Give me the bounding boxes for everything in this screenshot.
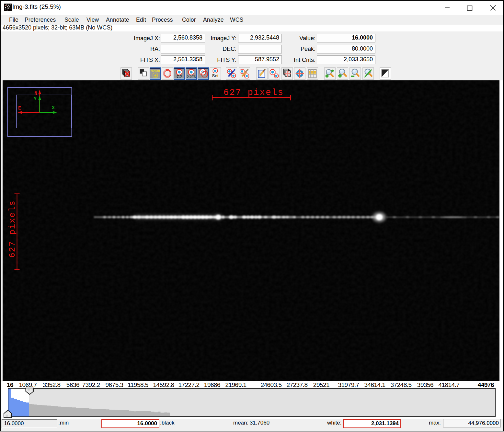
svg-text:Y: Y — [34, 96, 37, 102]
svg-text:2.2E6: 2.2E6 — [187, 75, 196, 79]
svg-text:E: E — [18, 106, 21, 111]
svg-text:Set: Set — [212, 73, 219, 78]
svg-text:NAME: NAME — [151, 69, 160, 72]
svg-text:627 pixels: 627 pixels — [7, 200, 17, 258]
svg-text:N: N — [34, 91, 37, 96]
svg-text:627 pixels: 627 pixels — [223, 88, 284, 98]
svg-text:X: X — [52, 105, 55, 111]
svg-text:C2: C2 — [177, 74, 182, 79]
